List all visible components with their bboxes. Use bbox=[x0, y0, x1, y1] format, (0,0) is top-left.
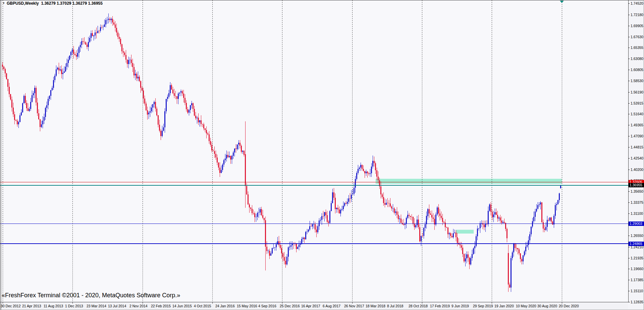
terminal-window: 1.745201.721801.699051.676301.653551.630… bbox=[0, 0, 644, 310]
time-axis[interactable]: 30 Dec 201221 Apr 201311 Aug 20131 Dec 2… bbox=[0, 302, 628, 310]
date-label: 20 Dec 2020 bbox=[559, 304, 579, 308]
price-tick-label: 1.33375 bbox=[631, 200, 643, 204]
date-label: 28 Oct 2018 bbox=[409, 304, 428, 308]
price-tick-label: 1.47090 bbox=[631, 134, 643, 138]
price-tick-label: 1.58530 bbox=[631, 79, 643, 83]
price-tick-label: 1.60805 bbox=[631, 68, 643, 72]
date-label: 16 Apr 2017 bbox=[301, 304, 320, 308]
price-tick-label: 1.65355 bbox=[631, 46, 643, 50]
date-label: 26 Nov 2017 bbox=[344, 304, 364, 308]
date-label: 14 Jun 2015 bbox=[172, 304, 192, 308]
candlestick-chart[interactable] bbox=[0, 0, 644, 310]
price-tick-label: 1.35650 bbox=[631, 189, 643, 193]
date-label: 25 Dec 2016 bbox=[280, 304, 300, 308]
chart-frame bbox=[0, 0, 644, 310]
date-label: 23 Mar 2014 bbox=[87, 304, 106, 308]
price-tick-label: 1.40200 bbox=[631, 168, 643, 172]
date-label: 8 Jul 2018 bbox=[387, 304, 403, 308]
price-tick-label: 1.17385 bbox=[631, 278, 643, 282]
copyright-watermark: «FreshForex Terminal ©2001 - 2020, MetaQ… bbox=[2, 292, 180, 299]
date-label: 4 Sep 2016 bbox=[258, 304, 276, 308]
price-tick-label: 1.44815 bbox=[631, 145, 643, 149]
price-tick-label: 1.56190 bbox=[631, 90, 643, 94]
date-label: 29 Sep 2019 bbox=[473, 304, 493, 308]
price-level-badge: 1.36955 bbox=[629, 183, 644, 187]
price-tick-label: 1.49365 bbox=[631, 123, 643, 127]
date-label: 9 Jun 2019 bbox=[451, 304, 469, 308]
price-tick-label: 1.74520 bbox=[631, 1, 643, 5]
price-tick-label: 1.19660 bbox=[631, 267, 643, 271]
date-label: 22 Feb 2015 bbox=[151, 304, 171, 308]
price-tick-label: 1.69905 bbox=[631, 24, 643, 28]
date-label: 18 Mar 2018 bbox=[366, 304, 385, 308]
current-week-marker-icon[interactable] bbox=[560, 1, 564, 3]
date-label: 30 Aug 2020 bbox=[537, 304, 557, 308]
price-tick-label: 1.12835 bbox=[631, 300, 643, 304]
date-label: 11 Aug 2013 bbox=[44, 304, 63, 308]
candles-series bbox=[2, 13, 561, 292]
symbol-ohlc-text: GBPUSD,Weekly 1.36279 1.37029 1.36279 1.… bbox=[7, 1, 103, 6]
symbol-ohlc-label: ▼GBPUSD,Weekly 1.36279 1.37029 1.36279 1… bbox=[2, 1, 103, 6]
date-label: 1 Dec 2013 bbox=[65, 304, 83, 308]
date-label: 19 Jan 2020 bbox=[494, 304, 514, 308]
price-tick-label: 1.31100 bbox=[631, 211, 643, 215]
date-label: 30 Dec 2012 bbox=[1, 304, 21, 308]
price-level-badge: 1.24865 bbox=[629, 242, 644, 246]
price-tick-label: 1.53915 bbox=[631, 101, 643, 105]
date-label: 10 May 2020 bbox=[516, 304, 536, 308]
date-label: 2 Nov 2014 bbox=[129, 304, 148, 308]
price-axis[interactable]: 1.745201.721801.699051.676301.653551.630… bbox=[628, 0, 644, 310]
price-tick-label: 1.26550 bbox=[631, 234, 643, 238]
date-label: 4 Oct 2015 bbox=[194, 304, 211, 308]
date-label: 6 Aug 2017 bbox=[323, 304, 340, 308]
symbol-dropdown-icon: ▼ bbox=[2, 2, 5, 5]
price-tick-label: 1.42540 bbox=[631, 156, 643, 160]
date-label: 21 Apr 2013 bbox=[22, 304, 41, 308]
price-tick-label: 1.67630 bbox=[631, 35, 643, 39]
price-tick-label: 1.21935 bbox=[631, 256, 643, 260]
date-label: 17 Feb 2019 bbox=[430, 304, 450, 308]
price-tick-label: 1.51640 bbox=[631, 112, 643, 116]
price-tick-label: 1.72180 bbox=[631, 13, 643, 17]
price-tick-label: 1.15110 bbox=[631, 289, 643, 293]
price-tick-label: 1.63080 bbox=[631, 57, 643, 61]
date-label: 13 Jul 2014 bbox=[108, 304, 126, 308]
date-label: 15 May 2016 bbox=[237, 304, 257, 308]
demand-zone[interactable] bbox=[456, 230, 474, 234]
date-label: 24 Jan 2016 bbox=[215, 304, 235, 308]
price-level-badge: 1.29003 bbox=[629, 222, 644, 226]
supply-zone[interactable] bbox=[376, 179, 562, 184]
